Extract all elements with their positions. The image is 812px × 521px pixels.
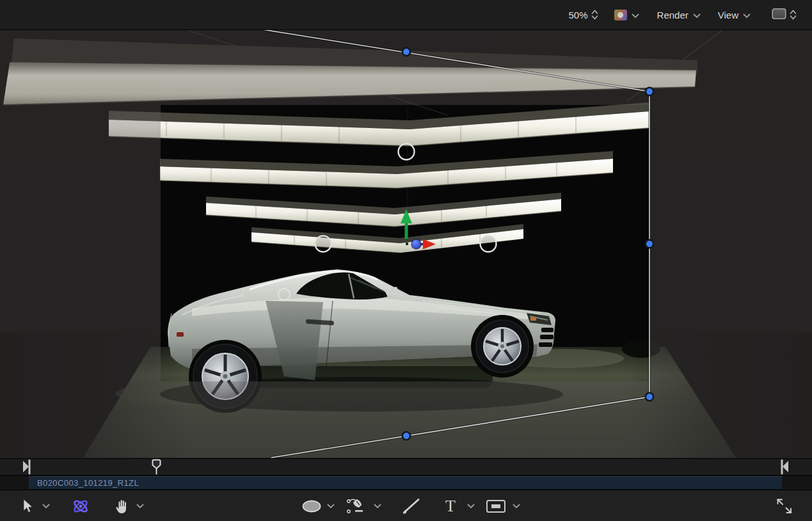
hand-icon <box>115 499 129 514</box>
swatch-dot-icon <box>617 12 623 18</box>
render-menu[interactable]: Render <box>657 10 701 20</box>
rotate-z-handle[interactable] <box>481 236 497 252</box>
bezier-pen-tool[interactable] <box>346 490 369 521</box>
pen-nib-icon <box>346 497 369 515</box>
expand-arrows-icon <box>775 497 794 516</box>
chevron-down-icon <box>467 504 475 509</box>
text-tool-dropdown[interactable] <box>467 490 475 521</box>
bottom-toolbar: T <box>0 490 812 521</box>
zoom-level-control[interactable]: 50% <box>569 10 598 20</box>
rectangle-mask-tool[interactable] <box>486 490 506 521</box>
render-menu-label[interactable]: Render <box>657 10 689 20</box>
chevron-down-icon <box>42 504 50 509</box>
rect-mask-icon <box>486 499 506 513</box>
chevron-down-icon <box>327 504 335 509</box>
handle-bottom-center[interactable] <box>402 432 410 440</box>
rotate-x-handle[interactable] <box>399 144 415 160</box>
timeline-track: B020C003_101219_R1ZL <box>0 476 812 490</box>
in-marker-icon[interactable] <box>23 460 31 474</box>
app-window: 50% Render View <box>0 0 812 521</box>
chevron-down-icon <box>374 504 381 509</box>
handle-top-right[interactable] <box>646 88 653 95</box>
ellipse-icon <box>301 499 322 513</box>
handle-bottom-right[interactable] <box>646 393 653 401</box>
brush-icon <box>402 498 421 515</box>
paint-brush-tool[interactable] <box>402 490 421 521</box>
shape-tool-dropdown[interactable] <box>327 490 335 521</box>
pan-tool-dropdown[interactable] <box>136 490 144 521</box>
gizmo-z-axis-handle[interactable] <box>411 239 421 249</box>
gizmo-y-axis-arrow[interactable] <box>405 221 408 239</box>
playhead-icon[interactable] <box>153 460 161 475</box>
car-front-wheel <box>476 320 529 373</box>
top-toolbar: 50% Render View <box>0 0 812 30</box>
chevron-down-icon <box>743 10 751 20</box>
timeline-clip[interactable]: B020C003_101219_R1ZL <box>29 476 782 490</box>
window-layout-icon[interactable] <box>772 8 786 22</box>
car-tail-marker <box>177 332 184 337</box>
timeline-ruler[interactable] <box>0 458 812 476</box>
out-marker-icon[interactable] <box>781 460 789 474</box>
color-swatch-icon[interactable] <box>614 10 627 20</box>
view-menu[interactable]: View <box>718 10 751 20</box>
text-tool-icon: T <box>445 498 456 515</box>
window-layout-control[interactable] <box>772 8 797 22</box>
shape-ellipse-tool[interactable] <box>301 490 322 521</box>
view-menu-label[interactable]: View <box>718 10 738 20</box>
select-tool-dropdown[interactable] <box>42 490 50 521</box>
layout-stepper-icon[interactable] <box>790 10 797 20</box>
clip-name-label: B020C003_101219_R1ZL <box>37 478 139 488</box>
chevron-down-icon <box>632 10 639 20</box>
handle-middle-right[interactable] <box>646 240 653 248</box>
zoom-level-value[interactable]: 50% <box>569 10 588 20</box>
chevron-down-icon <box>513 504 520 509</box>
select-arrow-tool[interactable] <box>21 490 34 521</box>
zoom-stepper-icon[interactable] <box>591 10 598 20</box>
text-tool[interactable]: T <box>445 490 456 521</box>
rotate-y-handle[interactable] <box>315 236 331 252</box>
chevron-down-icon <box>693 10 701 20</box>
canvas-viewport[interactable] <box>0 30 812 458</box>
gizmo-anchor-point[interactable] <box>406 243 408 245</box>
pen-tool-dropdown[interactable] <box>374 490 381 521</box>
handle-top-center[interactable] <box>402 48 410 56</box>
orbit-3d-icon <box>70 497 91 515</box>
mask-tool-dropdown[interactable] <box>513 490 520 521</box>
transform-3d-tool[interactable] <box>70 490 91 521</box>
chevron-down-icon <box>136 504 144 509</box>
arrow-cursor-icon <box>21 499 34 514</box>
pan-hand-tool[interactable] <box>115 490 129 521</box>
expand-view-button[interactable] <box>775 490 794 521</box>
color-channel-menu[interactable] <box>614 10 639 20</box>
canvas-scene <box>0 30 812 458</box>
